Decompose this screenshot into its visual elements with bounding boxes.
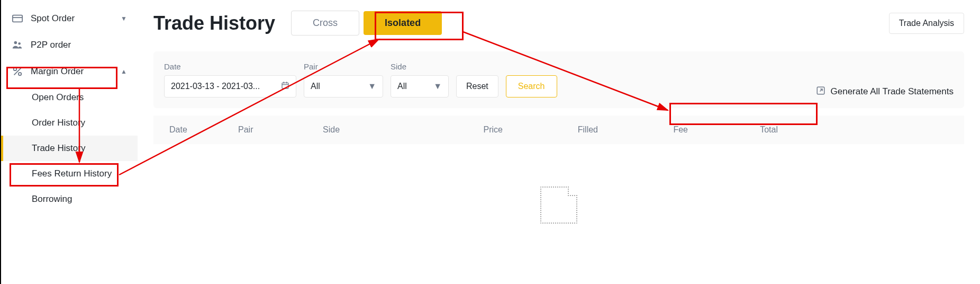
- side-select[interactable]: All ▼: [391, 75, 449, 97]
- percent-icon: [12, 66, 25, 77]
- sidebar-item-margin-order[interactable]: Margin Order ▲: [1, 58, 138, 85]
- svg-rect-7: [282, 83, 288, 88]
- tab-isolated[interactable]: Isolated: [364, 11, 442, 35]
- people-icon: [12, 39, 25, 51]
- chevron-down-icon: ▼: [433, 82, 442, 91]
- sidebar-label: Margin Order: [31, 66, 84, 77]
- pair-label: Pair: [304, 62, 383, 71]
- sidebar-item-spot-order[interactable]: Spot Order ▼: [1, 5, 138, 32]
- th-pair: Pair: [238, 125, 323, 135]
- pair-select[interactable]: All ▼: [304, 75, 383, 97]
- date-range-input[interactable]: 2021-03-13 - 2021-03...: [164, 75, 296, 97]
- chevron-down-icon: ▼: [368, 82, 376, 91]
- filter-section: Date 2021-03-13 - 2021-03... Pair All ▼: [153, 51, 964, 108]
- page-header: Trade History Cross Isolated Trade Analy…: [138, 0, 980, 51]
- sidebar-subitem-fees-return[interactable]: Fees Return History: [1, 161, 138, 187]
- th-fee: Fee: [598, 125, 688, 135]
- table-header: Date Pair Side Price Filled Fee Total: [153, 116, 964, 144]
- reset-button[interactable]: Reset: [456, 75, 498, 97]
- th-price: Price: [407, 125, 503, 135]
- svg-point-5: [19, 73, 22, 76]
- generate-statements-link[interactable]: Generate All Trade Statements: [831, 86, 954, 97]
- th-date: Date: [153, 125, 238, 135]
- tab-cross[interactable]: Cross: [291, 11, 359, 36]
- date-label: Date: [164, 62, 296, 71]
- svg-rect-0: [13, 15, 22, 22]
- main-content: Trade History Cross Isolated Trade Analy…: [138, 0, 980, 284]
- empty-state: [138, 144, 980, 224]
- card-icon: [12, 13, 25, 24]
- pair-value: All: [311, 82, 320, 91]
- side-label: Side: [391, 62, 449, 71]
- svg-point-2: [14, 41, 17, 45]
- sidebar-label: Spot Order: [31, 13, 75, 24]
- sidebar-subitem-open-orders[interactable]: Open Orders: [1, 85, 138, 110]
- date-value: 2021-03-13 - 2021-03...: [171, 82, 260, 91]
- page-title: Trade History: [153, 12, 275, 34]
- sidebar-subitem-borrowing[interactable]: Borrowing: [1, 187, 138, 212]
- sidebar-subitem-trade-history[interactable]: Trade History: [1, 136, 138, 161]
- sidebar-label: P2P order: [31, 40, 71, 50]
- export-icon[interactable]: [816, 86, 825, 97]
- chevron-up-icon: ▲: [121, 68, 127, 75]
- side-value: All: [397, 82, 407, 91]
- calendar-icon: [281, 81, 289, 92]
- search-button[interactable]: Search: [506, 75, 557, 97]
- svg-point-4: [14, 68, 17, 71]
- svg-point-3: [18, 42, 21, 45]
- svg-line-6: [14, 68, 21, 75]
- sidebar-subitem-order-history[interactable]: Order History: [1, 110, 138, 136]
- th-total: Total: [688, 125, 778, 135]
- th-filled: Filled: [503, 125, 598, 135]
- th-side: Side: [323, 125, 407, 135]
- sidebar: Spot Order ▼ P2P order Margin Order ▲ Op…: [1, 0, 138, 284]
- chevron-down-icon: ▼: [121, 15, 127, 22]
- empty-file-icon: [540, 187, 577, 224]
- trade-analysis-button[interactable]: Trade Analysis: [889, 13, 964, 34]
- sidebar-item-p2p-order[interactable]: P2P order: [1, 32, 138, 58]
